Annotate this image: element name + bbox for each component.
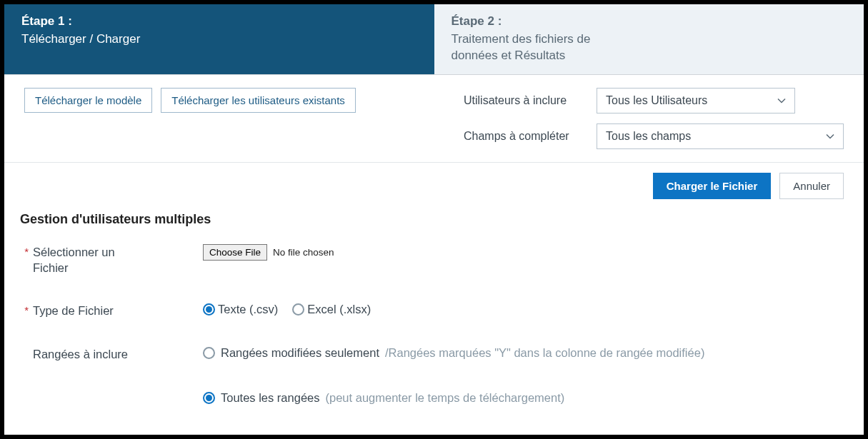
users-select-label: Utilisateurs à inclure [464, 94, 585, 107]
download-existing-users-button[interactable]: Télécharger les utilisateurs existants [161, 88, 356, 113]
fields-select-label: Champs à compléter [464, 130, 585, 143]
fields-select[interactable]: Tous les champs [597, 123, 844, 149]
select-file-label: Sélectionner un Fichier [33, 244, 140, 276]
required-marker: * [20, 244, 33, 258]
file-type-xlsx-label[interactable]: Excel (.xlsx) [307, 303, 371, 316]
section-title: Gestion d'utilisateurs multiples [4, 199, 864, 227]
toolbar: Télécharger le modèle Télécharger les ut… [4, 75, 864, 163]
step-1[interactable]: Étape 1 : Télécharger / Charger [4, 4, 434, 74]
wizard-steps: Étape 1 : Télécharger / Charger Étape 2 … [4, 4, 864, 75]
action-buttons: Charger le Fichier Annuler [4, 163, 864, 199]
file-chosen-status: No file chosen [273, 247, 334, 258]
rows-include-row: Rangées à inclure Rangées modifiées seul… [20, 346, 848, 405]
fields-select-value: Tous les champs [606, 130, 691, 143]
app-container: Étape 1 : Télécharger / Charger Étape 2 … [4, 4, 864, 435]
file-type-csv-label[interactable]: Texte (.csv) [218, 303, 278, 316]
users-select[interactable]: Tous les Utilisateurs [597, 88, 795, 113]
cancel-button[interactable]: Annuler [779, 173, 844, 199]
step-2[interactable]: Étape 2 : Traitement des fichiers de don… [434, 4, 864, 74]
rows-modified-hint: /Rangées marquées "Y" dans la colonne de… [385, 346, 704, 360]
toolbar-selects: Utilisateurs à inclure Tous les Utilisat… [464, 88, 844, 149]
file-type-control: Texte (.csv) Excel (.xlsx) [203, 303, 848, 316]
required-marker: * [20, 303, 33, 316]
file-type-row: * Type de Fichier Texte (.csv) Excel (.x… [20, 303, 848, 318]
fields-select-row: Champs à compléter Tous les champs [464, 123, 844, 149]
chevron-down-icon [826, 132, 834, 141]
step-2-subtitle: Traitement des fichiers de données et Ré… [452, 31, 602, 64]
rows-include-control: Rangées modifiées seulement /Rangées mar… [203, 346, 848, 405]
users-select-value: Tous les Utilisateurs [606, 94, 707, 107]
rows-radio-group: Rangées modifiées seulement /Rangées mar… [203, 346, 704, 405]
choose-file-button[interactable]: Choose File [203, 244, 267, 261]
file-type-xlsx-radio[interactable] [292, 303, 304, 316]
rows-modified-label[interactable]: Rangées modifiées seulement [221, 346, 379, 360]
rows-all-label[interactable]: Toutes les rangées [221, 391, 320, 405]
file-type-csv-radio[interactable] [203, 303, 215, 316]
step-1-title: Étape 1 : [21, 14, 417, 29]
download-template-button[interactable]: Télécharger le modèle [24, 88, 152, 113]
users-select-row: Utilisateurs à inclure Tous les Utilisat… [464, 88, 844, 113]
rows-all-radio[interactable] [203, 392, 215, 404]
rows-all-hint: (peut augmenter le temps de téléchargeme… [326, 391, 565, 405]
select-file-row: * Sélectionner un Fichier Choose File No… [20, 244, 848, 276]
form: * Sélectionner un Fichier Choose File No… [4, 227, 864, 405]
rows-include-label: Rangées à inclure [33, 346, 203, 362]
required-marker-empty [20, 346, 33, 360]
upload-file-button[interactable]: Charger le Fichier [653, 173, 772, 199]
chevron-down-icon [777, 96, 786, 105]
rows-all-option: Toutes les rangées (peut augmenter le te… [203, 391, 704, 405]
step-1-subtitle: Télécharger / Charger [21, 31, 417, 48]
rows-modified-radio[interactable] [203, 347, 215, 359]
select-file-control: Choose File No file chosen [203, 244, 848, 261]
rows-modified-option: Rangées modifiées seulement /Rangées mar… [203, 346, 704, 360]
file-type-label: Type de Fichier [33, 303, 203, 318]
step-2-title: Étape 2 : [452, 14, 847, 29]
